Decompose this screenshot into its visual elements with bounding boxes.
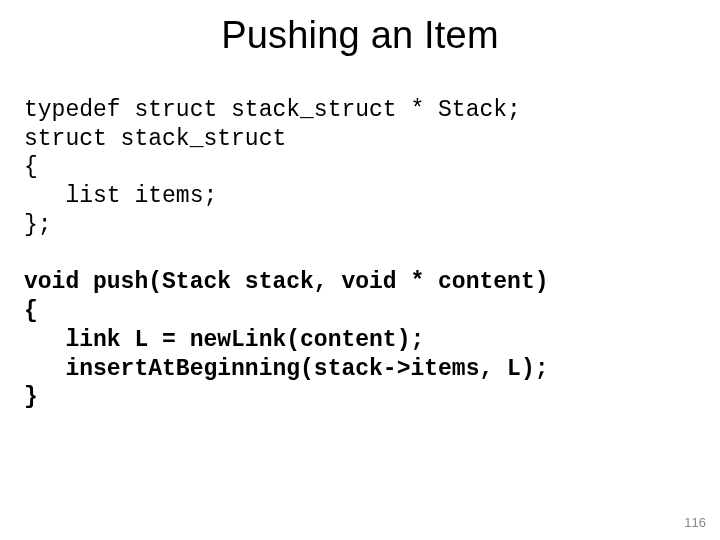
code-line: void push(Stack stack, void * content) [24,269,549,295]
code-line: }; [24,212,52,238]
code-line: link L = newLink(content); [24,327,424,353]
slide-title: Pushing an Item [0,0,720,67]
code-push-block: void push(Stack stack, void * content) {… [0,240,720,413]
code-line: typedef struct stack_struct * Stack; [24,97,521,123]
code-typedef-block: typedef struct stack_struct * Stack; str… [0,67,720,240]
code-line: { [24,154,38,180]
code-line: } [24,384,38,410]
code-line: list items; [24,183,217,209]
code-line: { [24,298,38,324]
slide: Pushing an Item typedef struct stack_str… [0,0,720,540]
page-number: 116 [684,515,706,530]
code-line: insertAtBeginning(stack->items, L); [24,356,549,382]
code-line: struct stack_struct [24,126,286,152]
